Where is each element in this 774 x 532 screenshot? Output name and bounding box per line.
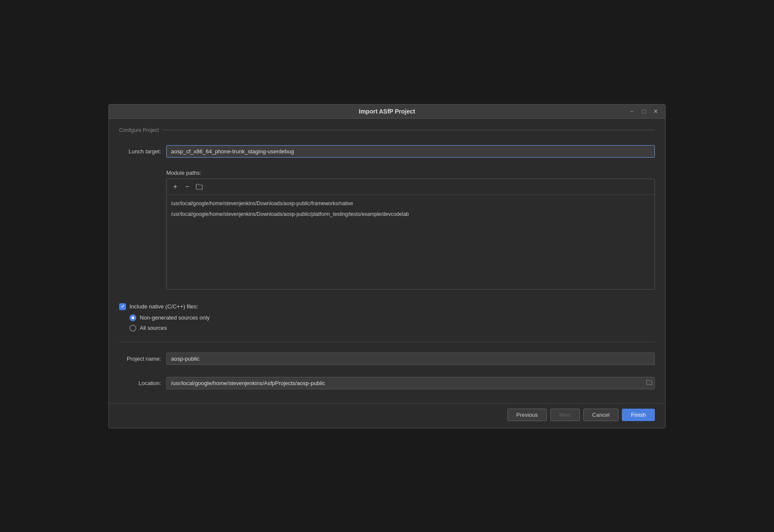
divider	[119, 342, 655, 342]
non-generated-radio-row: Non-generated sources only	[129, 314, 655, 321]
browse-folder-button[interactable]	[194, 182, 204, 192]
import-dialog: Import ASfP Project − □ ✕ Configure Proj…	[108, 104, 666, 428]
all-sources-label: All sources	[140, 325, 167, 331]
module-path-item: /usr/local/google/home/stevenjenkins/Dow…	[171, 209, 650, 220]
window-controls: − □ ✕	[627, 107, 660, 116]
section-title-text: Configure Project	[119, 127, 159, 133]
project-name-label: Project name:	[119, 356, 166, 362]
module-paths-section: Module paths: + − /usr/local/google/home…	[119, 170, 655, 290]
next-button[interactable]: Next	[550, 409, 580, 421]
previous-button[interactable]: Previous	[507, 409, 547, 421]
location-label: Location:	[119, 380, 166, 386]
non-generated-radio[interactable]	[129, 314, 136, 321]
location-row: Location:	[119, 377, 655, 389]
project-name-input[interactable]	[166, 353, 655, 365]
all-sources-radio-row: All sources	[129, 325, 655, 332]
section-configure-project: Configure Project	[119, 127, 655, 133]
dialog-footer: Previous Next Cancel Finish	[109, 403, 665, 428]
all-sources-radio[interactable]	[129, 325, 136, 332]
lunch-target-input[interactable]	[166, 145, 655, 158]
dialog-title: Import ASfP Project	[359, 108, 415, 115]
module-paths-container: + − /usr/local/google/home/stevenjenkins…	[166, 179, 655, 290]
location-input[interactable]	[166, 377, 655, 389]
remove-path-button[interactable]: −	[182, 182, 192, 192]
minimize-button[interactable]: −	[627, 107, 636, 116]
lunch-target-row: Lunch target:	[119, 145, 655, 158]
close-button[interactable]: ✕	[651, 107, 660, 116]
native-files-section: Include native (C/C++) files: Non-genera…	[119, 303, 655, 332]
non-generated-label: Non-generated sources only	[140, 314, 210, 321]
location-input-wrapper	[166, 377, 655, 389]
project-name-row: Project name:	[119, 353, 655, 365]
title-bar: Import ASfP Project − □ ✕	[109, 105, 665, 119]
module-paths-list: /usr/local/google/home/stevenjenkins/Dow…	[167, 195, 654, 289]
include-native-checkbox[interactable]	[119, 303, 126, 310]
include-native-row: Include native (C/C++) files:	[119, 303, 655, 310]
cancel-button[interactable]: Cancel	[583, 409, 618, 421]
module-path-item: /usr/local/google/home/stevenjenkins/Dow…	[171, 198, 650, 209]
native-sources-radio-group: Non-generated sources only All sources	[129, 314, 655, 332]
finish-button[interactable]: Finish	[622, 409, 655, 421]
dialog-body: Configure Project Lunch target: Module p…	[109, 119, 665, 403]
add-path-button[interactable]: +	[170, 182, 180, 192]
lunch-target-label: Lunch target:	[119, 148, 166, 155]
maximize-button[interactable]: □	[639, 107, 648, 116]
module-paths-toolbar: + −	[167, 179, 654, 195]
include-native-label: Include native (C/C++) files:	[129, 303, 198, 310]
module-paths-label: Module paths:	[166, 170, 655, 176]
location-browse-button[interactable]	[646, 380, 652, 386]
